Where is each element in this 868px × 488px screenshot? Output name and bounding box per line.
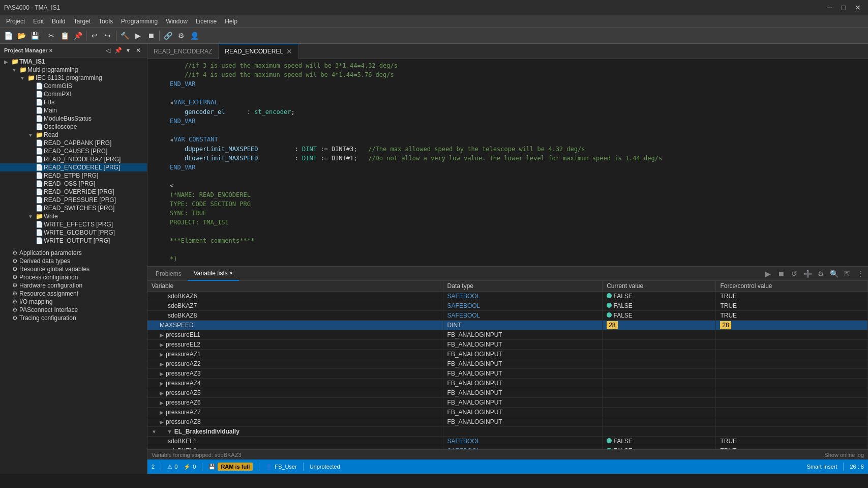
table-row[interactable]: ▶pressureAZ7 FB_ANALOGINPUT <box>147 408 868 417</box>
sidebar-item-read-encoderel[interactable]: 📄 READ_ENCODEREL [PRG] <box>0 163 147 171</box>
row-expand-btn[interactable]: ▶ <box>160 342 164 348</box>
table-row[interactable]: ▶pressureAZ5 FB_ANALOGINPUT <box>147 388 868 398</box>
sidebar-item-tma[interactable]: ▶ 📁 TMA_IS1 <box>0 58 147 66</box>
toolbar-paste[interactable]: 📌 <box>72 30 84 42</box>
toolbar-copy[interactable]: 📋 <box>58 30 71 42</box>
minimize-button[interactable]: ─ <box>823 3 835 13</box>
menu-window[interactable]: Window <box>162 17 192 26</box>
table-row[interactable]: sdoBKAZ8 SAFEBOOL FALSE TRUE <box>147 311 868 321</box>
table-row[interactable]: ▶pressureAZ3 FB_ANALOGINPUT <box>147 369 868 379</box>
tab-encoderel-close[interactable]: ✕ <box>286 47 292 55</box>
table-row[interactable]: sdoBKAZ7 SAFEBOOL FALSE TRUE <box>147 301 868 311</box>
tree-expand-write[interactable]: ▼ <box>26 214 35 219</box>
row-expand-btn[interactable]: ▶ <box>160 332 164 338</box>
sidebar-item-read-etpb[interactable]: 📄 READ_ETPB [PRG] <box>0 171 147 180</box>
toolbar-new[interactable]: 📄 <box>2 30 14 42</box>
sidebar-item-tracing[interactable]: ⚙ Tracing configuration <box>0 314 147 322</box>
menu-target[interactable]: Target <box>70 17 95 26</box>
row-expand-btn[interactable]: ▶ <box>160 352 164 357</box>
toolbar-settings[interactable]: ⚙ <box>175 30 187 42</box>
varlist-expand-btn[interactable]: ⇱ <box>842 268 853 279</box>
row-expand-btn[interactable]: ▶ <box>160 361 164 367</box>
row-collapse-btn[interactable]: ▼ <box>152 429 157 435</box>
varlist-more-btn[interactable]: ⋮ <box>855 268 866 279</box>
table-row-selected-maxspeed1[interactable]: MAXSPEED DINT 28 28 <box>147 321 868 330</box>
sidebar-item-derived[interactable]: ⚙ Derived data types <box>0 257 147 265</box>
sidebar-item-commpxi[interactable]: ▶ 📄 CommPXI <box>0 90 147 98</box>
sidebar-item-read-override[interactable]: 📄 READ_OVERRIDE [PRG] <box>0 188 147 196</box>
tab-encoderaz[interactable]: READ_ENCODERAZ <box>147 44 219 59</box>
bottom-tab-problems[interactable]: Problems <box>149 267 188 281</box>
sidebar-item-iec[interactable]: ▼ 📁 IEC 61131 programming <box>0 74 147 82</box>
row-expand-btn[interactable]: ▶ <box>160 390 164 396</box>
sidebar-pin-btn[interactable]: 📌 <box>113 46 123 55</box>
row-expand-btn[interactable]: ▶ <box>160 419 164 425</box>
table-row[interactable]: sdoBKEL1 SAFEBOOL FALSE TRUE <box>147 437 868 446</box>
row-expand-btn[interactable]: ▶ <box>160 400 164 406</box>
row-expand-btn[interactable]: ▶ <box>160 410 164 415</box>
sidebar-item-multi[interactable]: ▼ 📁 Multi programming <box>0 66 147 74</box>
menu-tools[interactable]: Tools <box>95 17 117 26</box>
sidebar-item-osciloscope[interactable]: ▶ 📄 Osciloscope <box>0 123 147 131</box>
sidebar-item-modulebus[interactable]: ▶ 📄 ModuleBusStatus <box>0 114 147 123</box>
code-editor[interactable]: //if 3 is used the maximum speed will be… <box>147 59 868 266</box>
table-row[interactable]: ▶pressureAZ2 FB_ANALOGINPUT <box>147 359 868 369</box>
table-row[interactable]: ▶pressureAZ4 FB_ANALOGINPUT <box>147 379 868 388</box>
sidebar-item-commgis[interactable]: ▶ 📄 CommGIS <box>0 82 147 90</box>
sidebar-item-read-pressure[interactable]: 📄 READ_PRESSURE [PRG] <box>0 196 147 204</box>
sidebar-item-app-params[interactable]: ⚙ Application parameters <box>0 249 147 257</box>
tree-expand-multi[interactable]: ▼ <box>10 67 18 73</box>
varlist-refresh-btn[interactable]: ↺ <box>789 268 800 279</box>
bottom-tab-varlists[interactable]: Variable lists × <box>188 267 239 281</box>
sidebar-item-read-switches[interactable]: 📄 READ_SWITCHES [PRG] <box>0 204 147 212</box>
toolbar-open[interactable]: 📂 <box>15 30 27 42</box>
table-row[interactable]: ▶pressureAZ6 FB_ANALOGINPUT <box>147 398 868 408</box>
sidebar-item-io-mapping[interactable]: ⚙ I/O mapping <box>0 298 147 306</box>
sidebar-item-write[interactable]: ▼ 📁 Write <box>0 212 147 220</box>
sidebar-item-process[interactable]: ⚙ Process configuration <box>0 273 147 281</box>
toolbar-run[interactable]: ▶ <box>132 30 144 42</box>
toolbar-save[interactable]: 💾 <box>28 30 41 42</box>
menu-project[interactable]: Project <box>2 17 29 26</box>
sidebar-item-read-oss[interactable]: 📄 READ_OSS [PRG] <box>0 180 147 188</box>
sidebar-item-read-encoderaz[interactable]: 📄 READ_ENCODERAZ [PRG] <box>0 155 147 163</box>
sidebar-item-pasconnect[interactable]: ⚙ PASconnect Interface <box>0 306 147 314</box>
table-row[interactable]: sdoBKAZ6 SAFEBOOL FALSE TRUE <box>147 292 868 301</box>
varlist-run-btn[interactable]: ▶ <box>762 268 773 279</box>
show-online-log-button[interactable]: Show online log <box>824 452 864 458</box>
table-row[interactable]: ▶pressureAZ1 FB_ANALOGINPUT <box>147 350 868 359</box>
sidebar-item-write-output[interactable]: 📄 WRITE_OUTPUT [PRG] <box>0 237 147 245</box>
sidebar-item-read-capbank[interactable]: 📄 READ_CAPBANK [PRG] <box>0 139 147 147</box>
sidebar-item-hardware[interactable]: ⚙ Hardware configuration <box>0 281 147 290</box>
tree-expand-tma[interactable]: ▶ <box>2 59 10 65</box>
table-row[interactable]: ▶pressureEL1 FB_ANALOGINPUT <box>147 330 868 340</box>
toolbar-build[interactable]: 🔨 <box>118 30 131 42</box>
table-row[interactable]: ▶pressureEL2 FB_ANALOGINPUT <box>147 340 868 350</box>
sidebar-menu-btn[interactable]: ▾ <box>124 46 133 55</box>
sidebar-item-read[interactable]: ▼ 📁 Read <box>0 131 147 139</box>
toolbar-user[interactable]: 👤 <box>188 30 200 42</box>
varlist-add-btn[interactable]: ➕ <box>802 268 813 279</box>
toolbar-redo[interactable]: ↪ <box>102 30 114 42</box>
row-expand-btn[interactable]: ▶ <box>160 381 164 386</box>
sidebar-item-resource-global[interactable]: ⚙ Resource global variables <box>0 265 147 273</box>
toolbar-connect[interactable]: 🔗 <box>162 30 174 42</box>
sidebar-collapse-btn[interactable]: ◁ <box>103 46 112 55</box>
table-section-header[interactable]: ▼▼EL_BrakesIndividually <box>147 427 868 437</box>
tree-expand-iec[interactable]: ▼ <box>18 75 26 81</box>
varlist-settings-btn[interactable]: ⚙ <box>815 268 826 279</box>
sidebar-item-read-causes[interactable]: 📄 READ_CAUSES [PRG] <box>0 147 147 155</box>
sidebar-item-fbs[interactable]: ▶ 📄 FBs <box>0 98 147 106</box>
sidebar-close-btn[interactable]: ✕ <box>134 46 143 55</box>
table-row[interactable]: ▶pressureAZ8 FB_ANALOGINPUT <box>147 417 868 427</box>
menu-help[interactable]: Help <box>221 17 242 26</box>
toolbar-cut[interactable]: ✂ <box>45 30 57 42</box>
tab-encoderel[interactable]: READ_ENCODEREL ✕ <box>219 44 299 59</box>
menu-edit[interactable]: Edit <box>29 17 48 26</box>
toolbar-undo[interactable]: ↩ <box>88 30 101 42</box>
sidebar-item-write-effects[interactable]: 📄 WRITE_EFFECTS [PRG] <box>0 220 147 228</box>
close-button[interactable]: ✕ <box>852 3 864 13</box>
row-expand-btn[interactable]: ▶ <box>160 371 164 377</box>
tree-expand-read[interactable]: ▼ <box>26 132 35 138</box>
maximize-button[interactable]: □ <box>837 3 850 13</box>
